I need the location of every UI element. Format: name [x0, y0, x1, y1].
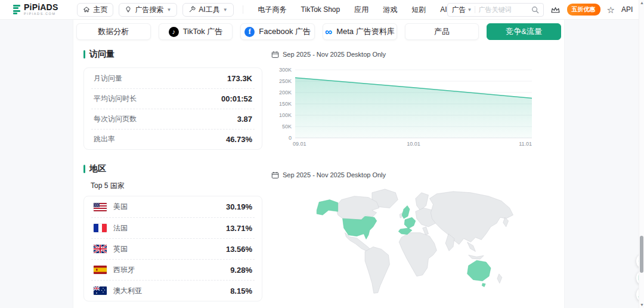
navbar-right: 广告 ▼ 五折优惠 ☆ API 1	[447, 3, 644, 17]
nav-link-ai[interactable]: AI	[440, 5, 447, 14]
chevron-down-icon: ▼	[467, 7, 472, 13]
scrollbar-down-arrow[interactable]: ▼	[639, 303, 644, 307]
visits-title-text: 访问量	[89, 49, 114, 60]
region-section-title: 地区	[83, 163, 262, 175]
tab-competition-traffic[interactable]: 竞争&流量	[487, 23, 561, 40]
map-region-japan	[503, 217, 509, 227]
api-link[interactable]: API	[621, 5, 633, 14]
map-country-australia[interactable]	[467, 260, 491, 281]
tab-facebook-ads-label: Facebook 广告	[259, 26, 311, 37]
map-country-australia-tasmania[interactable]	[482, 284, 485, 287]
nav-home-button[interactable]: 主页	[77, 3, 113, 17]
map-country-uk[interactable]	[402, 205, 410, 218]
visits-metrics-card: 月访问量 173.3K 平均访问时长 00:01:52 每次访问页数 3.87 …	[83, 67, 262, 150]
metric-value: 00:01:52	[221, 94, 252, 103]
svg-text:200K: 200K	[279, 90, 292, 96]
fr-flag-icon	[94, 224, 107, 232]
tab-products[interactable]: 产品	[405, 23, 479, 40]
tab-analytics[interactable]: 数据分析	[76, 23, 151, 40]
country-row-gb: 英国 13.56%	[91, 238, 255, 259]
pipiads-logo[interactable]: PiPiADS PIPIADS.COM	[13, 3, 58, 16]
metric-label: 平均访问时长	[94, 94, 137, 104]
nav-ai-tools-label: AI工具	[199, 5, 219, 15]
nav-link-short-drama[interactable]: 短剧	[411, 5, 426, 15]
scrollbar-thumb[interactable]	[640, 236, 643, 273]
country-row-us: 美国 30.19%	[91, 196, 255, 217]
map-country-us-alaska[interactable]	[317, 200, 338, 215]
metric-row-pages-per-visit: 每次访问页数 3.87	[91, 109, 255, 129]
country-share: 13.71%	[226, 224, 252, 233]
meta-icon: ∞	[325, 27, 332, 37]
metric-label: 月访问量	[94, 73, 122, 84]
home-icon	[83, 6, 90, 13]
nav-home-label: 主页	[93, 5, 107, 15]
metric-row-avg-duration: 平均访问时长 00:01:52	[91, 88, 255, 109]
country-row-fr: 法国 13.71%	[91, 217, 255, 238]
gb-flag-icon	[94, 245, 107, 253]
metric-row-monthly-visits: 月访问量 173.3K	[91, 68, 255, 88]
svg-text:50K: 50K	[282, 124, 292, 130]
search-category-dropdown[interactable]: 广告 ▼	[452, 5, 472, 15]
search-icon[interactable]	[531, 6, 539, 14]
tiktok-icon: ♪	[169, 27, 179, 37]
search-category-label: 广告	[452, 5, 466, 15]
nav-ad-search-button[interactable]: 广告搜索 ▼	[119, 3, 177, 17]
map-region-indonesia	[469, 255, 484, 259]
calendar-icon	[271, 171, 279, 179]
calendar-icon	[271, 51, 279, 58]
country-row-au: 澳大利亚 8.15%	[91, 280, 255, 301]
country-share: 13.56%	[226, 245, 252, 254]
nav-divider	[243, 5, 243, 14]
nav-ai-tools-button[interactable]: AI工具 ▼	[182, 3, 233, 17]
tools-icon	[188, 6, 196, 13]
country-name: 法国	[113, 223, 219, 233]
region-section: 地区 Top 5 国家 美国 30.19% 法国 13.71%	[83, 163, 262, 301]
ad-search-box: 广告 ▼	[447, 3, 544, 17]
tab-bar: 数据分析 ♪ TikTok 广告 f Facebook 广告 ∞ Meta 广告…	[73, 20, 564, 40]
metric-value: 46.73%	[226, 135, 252, 144]
visits-trend-chart[interactable]: 050K100K150K200K250K300K09.0110.0111.01	[271, 63, 552, 155]
country-name: 美国	[113, 202, 219, 212]
brand-name: PiPiADS	[24, 3, 58, 11]
map-country-france[interactable]	[404, 217, 416, 229]
vip-crown-icon[interactable]	[550, 5, 561, 14]
region-title-text: 地区	[89, 164, 106, 174]
svg-text:10.01: 10.01	[407, 141, 420, 147]
nav-link-ecommerce[interactable]: 电子商务	[258, 5, 287, 15]
page-scrollbar[interactable]: ▲ ▼	[639, 0, 644, 308]
favorites-star-icon[interactable]: ☆	[607, 5, 615, 14]
chevron-down-icon: ▼	[223, 7, 228, 13]
nav-link-apps[interactable]: 应用	[354, 5, 369, 15]
map-region-new-zealand	[497, 274, 502, 284]
map-region-canada	[336, 196, 379, 220]
us-flag-icon	[94, 203, 107, 211]
country-name: 西班牙	[113, 265, 224, 275]
au-flag-icon	[94, 287, 107, 295]
metric-label: 每次访问页数	[94, 114, 137, 124]
scrollbar-up-arrow[interactable]: ▲	[639, 1, 644, 5]
top-navbar: PiPiADS PIPIADS.COM 主页 广告搜索 ▼ AI工具 ▼ 电子商…	[0, 0, 644, 20]
tab-tiktok-ads[interactable]: ♪ TikTok 广告	[159, 23, 233, 40]
country-share: 9.28%	[230, 266, 252, 275]
tab-meta-library[interactable]: ∞ Meta 广告资料库	[323, 23, 397, 40]
metric-value: 173.3K	[227, 74, 252, 83]
search-input[interactable]	[478, 6, 528, 13]
nav-link-tiktok-shop[interactable]: TikTok Shop	[301, 5, 340, 14]
tab-products-label: 产品	[434, 26, 450, 37]
pipiads-competition-traffic-page: PiPiADS PIPIADS.COM 主页 广告搜索 ▼ AI工具 ▼ 电子商…	[0, 0, 644, 308]
map-date-range-text: Sep 2025 - Nov 2025 Desktop Only	[283, 171, 386, 178]
nav-link-games[interactable]: 游戏	[383, 5, 397, 15]
tab-meta-library-label: Meta 广告资料库	[336, 26, 395, 37]
promo-discount-badge[interactable]: 五折优惠	[567, 4, 600, 16]
metric-value: 3.87	[237, 115, 252, 124]
tab-analytics-label: 数据分析	[98, 26, 129, 37]
metric-row-bounce-rate: 跳出率 46.73%	[91, 129, 255, 149]
right-column: Sep 2025 - Nov 2025 Desktop Only 050K100…	[271, 48, 552, 308]
secondary-nav: 电子商务 TikTok Shop 应用 游戏 短剧 AI	[258, 5, 447, 15]
tab-facebook-ads[interactable]: f Facebook 广告	[240, 23, 315, 40]
map-region-scandinavia	[416, 193, 429, 211]
visits-section-title: 访问量	[83, 48, 262, 60]
country-name: 澳大利亚	[113, 286, 224, 296]
country-share: 8.15%	[230, 287, 252, 295]
left-column: 访问量 月访问量 173.3K 平均访问时长 00:01:52 每次访问页数 3…	[83, 48, 262, 308]
